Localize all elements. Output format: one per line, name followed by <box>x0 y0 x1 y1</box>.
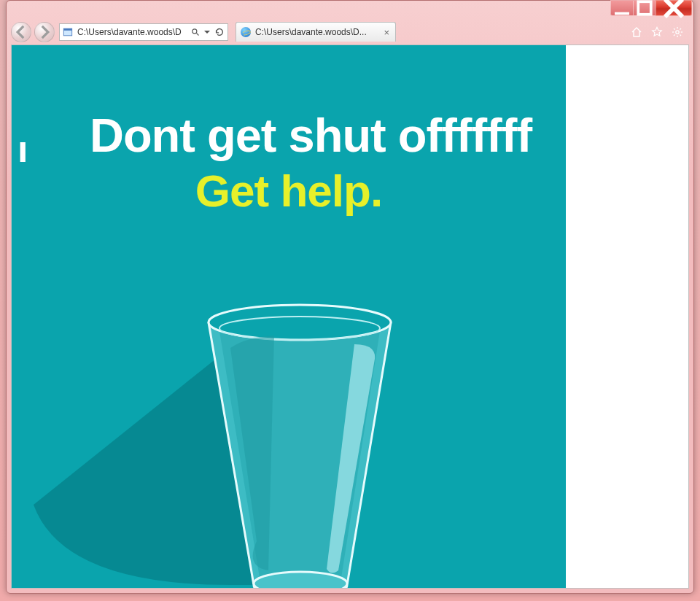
ie-window: C:\Users\davante.woods\D... × ı Dont get… <box>6 0 694 594</box>
forward-button[interactable] <box>34 22 55 42</box>
close-button[interactable] <box>656 0 692 16</box>
tab-strip: C:\Users\davante.woods\D... × <box>236 23 628 42</box>
svg-point-19 <box>254 572 347 588</box>
tab-close-button[interactable]: × <box>382 27 391 38</box>
search-icon[interactable] <box>191 28 200 36</box>
page-type-icon <box>62 26 74 38</box>
address-bar[interactable] <box>59 23 228 41</box>
close-icon <box>656 0 691 26</box>
minimize-icon <box>611 0 633 19</box>
back-arrow-icon <box>12 23 31 42</box>
svg-point-6 <box>192 29 197 34</box>
svg-line-15 <box>674 34 675 36</box>
svg-point-8 <box>676 31 679 34</box>
svg-rect-1 <box>638 1 651 15</box>
maximize-icon <box>634 0 656 19</box>
address-input[interactable] <box>76 26 188 38</box>
tools-gear-icon[interactable] <box>672 26 683 38</box>
back-button[interactable] <box>11 22 31 42</box>
favorites-icon[interactable] <box>651 26 663 38</box>
svg-line-14 <box>680 34 681 36</box>
titlebar[interactable] <box>7 1 693 21</box>
maximize-button[interactable] <box>633 0 656 16</box>
navigation-row: C:\Users\davante.woods\D... × <box>7 21 693 43</box>
refresh-icon[interactable] <box>214 27 225 37</box>
tab-title: C:\Users\davante.woods\D... <box>255 27 378 37</box>
window-controls <box>611 0 692 16</box>
headline-primary: Dont get shut offfffff <box>12 108 566 163</box>
glass-illustration <box>12 279 566 588</box>
tab-active[interactable]: C:\Users\davante.woods\D... × <box>236 22 396 42</box>
command-bar <box>631 26 689 38</box>
search-dropdown-icon[interactable] <box>204 31 210 34</box>
content-area: ı Dont get shut offfffff Get help. <box>11 44 689 589</box>
rendered-page: ı Dont get shut offfffff Get help. <box>12 45 566 588</box>
home-icon[interactable] <box>631 26 642 38</box>
svg-line-7 <box>197 34 199 36</box>
address-tools <box>188 27 228 37</box>
minimize-button[interactable] <box>610 0 634 16</box>
svg-line-13 <box>674 28 675 30</box>
ie-logo-icon <box>241 27 251 37</box>
svg-rect-5 <box>63 28 71 31</box>
forward-arrow-icon <box>35 23 54 42</box>
headline-secondary: Get help. <box>12 165 566 217</box>
svg-line-16 <box>680 28 681 30</box>
